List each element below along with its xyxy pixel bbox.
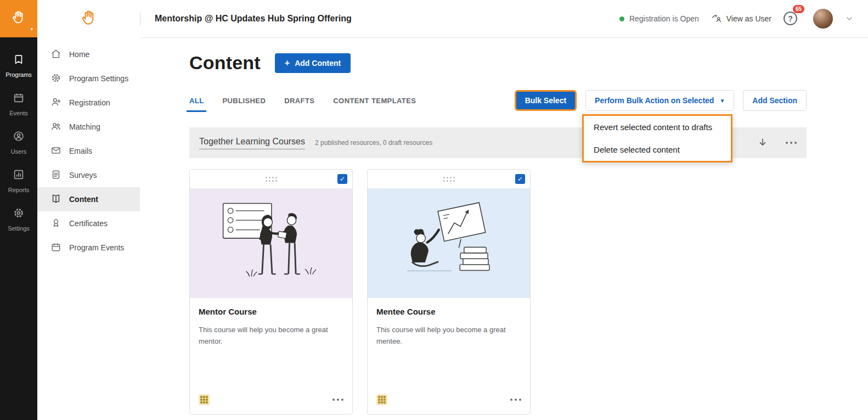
home-icon [50,48,61,61]
card-body: Mentor Course This course will help you … [190,298,352,394]
status-dot [619,16,624,21]
app-root: ▾ Programs Events Users [0,0,868,420]
calendar-icon [13,92,25,106]
card-checkbox[interactable]: ✓ [337,174,347,184]
drag-handle-icon[interactable] [266,177,277,182]
rail-item-programs[interactable]: Programs [0,46,37,85]
bulk-select-button[interactable]: Bulk Select [515,90,577,111]
hand-wave-icon [10,9,27,28]
sidebar-item-label: Home [69,50,89,59]
registration-status-label: Registration is Open [629,14,699,23]
rail-nav: Programs Events Users Reports [0,37,37,238]
hand-wave-icon [80,9,98,30]
section-meta: 2 published resources, 0 draft resources [315,139,432,147]
sidebar-item-label: Program Settings [69,74,128,83]
tab-drafts[interactable]: DRAFTS [284,97,314,105]
card-body: Mentee Course This course will help you … [368,298,530,394]
card-title: Mentor Course [199,307,343,316]
card-header: ✓ [368,170,530,188]
gear-icon [13,207,25,221]
add-section-button[interactable]: Add Section [743,90,807,111]
drag-handle-icon[interactable] [443,177,455,182]
sidebar-item-program-settings[interactable]: Program Settings [37,66,140,91]
plus-icon: + [285,59,290,68]
sidebar-item-content[interactable]: Content [37,187,140,211]
caret-down-icon: ▼ [719,98,725,104]
content-card[interactable]: ✓ [189,169,353,415]
sidebar-item-certificates[interactable]: Certificates [37,211,140,236]
notification-badge: 65 [793,5,804,13]
card-illustration [190,188,352,298]
tab-all[interactable]: ALL [189,97,204,105]
bulk-actions: Bulk Select Perform Bulk Action on Selec… [515,90,807,111]
section-title[interactable]: Together Learning Courses [199,137,305,149]
survey-icon [50,169,61,182]
perform-bulk-action-button[interactable]: Perform Bulk Action on Selected ▼ [585,90,734,111]
nav-rail: ▾ Programs Events Users [0,0,37,420]
tab-content-templates[interactable]: CONTENT TEMPLATES [333,97,416,105]
card-checkbox[interactable]: ✓ [515,174,525,184]
sidebar-item-registration[interactable]: Registration [37,91,140,115]
person-add-icon [50,97,61,109]
topbar: Mentorship @ HC Updates Hub Spring Offer… [140,0,868,38]
program-logo[interactable] [37,0,140,38]
rail-item-settings[interactable]: Settings [0,200,37,238]
add-content-button[interactable]: + Add Content [275,53,351,73]
more-options-icon[interactable] [786,142,797,144]
bulk-action-menu: Revert selected content to drafts Delete… [582,114,732,163]
program-sidebar: Home Program Settings Registration Match… [37,0,140,420]
download-icon[interactable] [757,137,768,148]
help-button[interactable]: ? 65 [784,12,798,26]
sidebar-item-label: Program Events [69,243,124,252]
card-more-options-icon[interactable] [510,399,521,401]
sidebar-item-home[interactable]: Home [37,42,140,66]
rail-item-events[interactable]: Events [0,85,37,123]
view-as-user-icon [711,13,722,25]
divider [140,12,140,26]
bar-chart-icon [13,169,25,183]
award-icon [50,217,61,230]
card-description: This course will help you become a great… [199,324,337,348]
registration-status: Registration is Open [619,14,699,23]
avatar[interactable] [813,9,833,29]
people-icon [50,121,61,133]
page-title: Content [189,52,261,74]
card-footer [368,394,530,414]
page-header: Content + Add Content [189,52,807,74]
sidebar-item-surveys[interactable]: Surveys [37,163,140,187]
question-icon: ? [784,12,797,25]
module-grid-icon[interactable] [199,394,210,405]
chevron-down-icon: ▾ [30,26,33,32]
sidebar-item-program-events[interactable]: Program Events [37,236,140,260]
module-grid-icon[interactable] [376,394,387,405]
rail-item-users[interactable]: Users [0,123,37,161]
rail-item-label: Users [11,148,27,155]
view-as-user-button[interactable]: View as User [711,13,771,25]
menu-item-revert-to-drafts[interactable]: Revert selected content to drafts [584,116,731,138]
sidebar-item-label: Content [69,195,98,204]
content-cards: ✓ [189,169,807,415]
brand-logo[interactable]: ▾ [0,0,37,37]
card-description: This course will help you become a great… [376,324,515,348]
sidebar-item-label: Matching [69,122,100,131]
card-footer [190,394,352,414]
sidebar-item-label: Emails [69,147,92,155]
section-actions [757,137,797,148]
rail-item-label: Reports [8,187,30,193]
content-card[interactable]: ✓ [367,169,531,415]
content-tabs: ALL PUBLISHED DRAFTS CONTENT TEMPLATES [189,97,416,105]
sidebar-item-label: Registration [69,98,110,107]
sidebar-item-emails[interactable]: Emails [37,139,140,163]
gear-icon [50,72,61,85]
add-content-label: Add Content [295,59,341,68]
book-icon [50,193,61,206]
sidebar-item-matching[interactable]: Matching [37,115,140,139]
tabs-row: ALL PUBLISHED DRAFTS CONTENT TEMPLATES B… [189,90,807,111]
rail-item-reports[interactable]: Reports [0,161,37,200]
chevron-down-icon[interactable] [845,14,854,23]
user-circle-icon [13,130,25,144]
sidebar-item-label: Certificates [69,219,108,228]
tab-published[interactable]: PUBLISHED [222,97,266,105]
card-more-options-icon[interactable] [332,399,343,401]
menu-item-delete-selected[interactable]: Delete selected content [584,138,731,161]
